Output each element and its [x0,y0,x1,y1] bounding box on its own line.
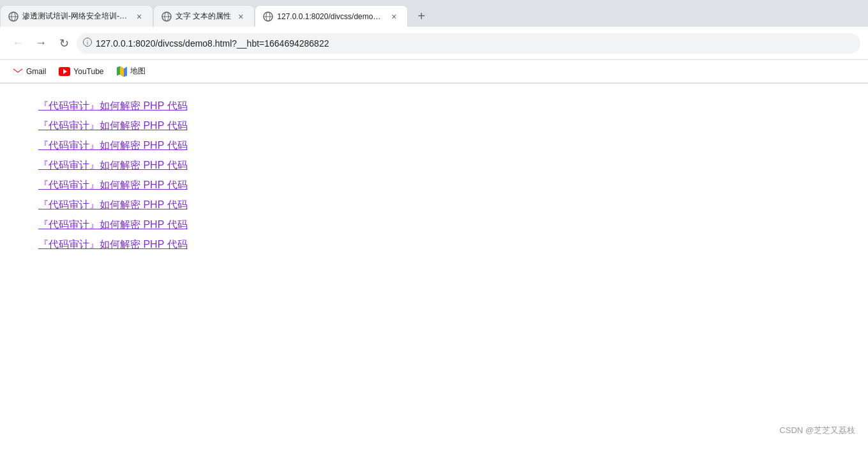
tab3-icon [263,11,273,22]
page-link-3[interactable]: 『代码审计』如何解密 PHP 代码 [38,160,188,171]
bookmark-youtube[interactable]: YouTube [54,65,108,79]
tab3-title: 127.0.0.1:8020/divcss/demo8.h... [277,12,384,21]
reload-icon: ↻ [59,36,69,50]
forward-icon: → [35,36,47,50]
forward-button[interactable]: → [31,33,51,54]
page-link-4[interactable]: 『代码审计』如何解密 PHP 代码 [38,179,188,190]
svg-marker-16 [120,66,124,77]
browser-chrome: 渗透测试培训-网络安全培训-暗... × 文字 文本的属性 × 127.0.0.… [0,0,868,84]
address-input[interactable] [77,33,860,54]
list-item: 『代码审计』如何解密 PHP 代码 [38,235,830,255]
list-item: 『代码审计』如何解密 PHP 代码 [38,136,830,156]
list-item: 『代码审计』如何解密 PHP 代码 [38,116,830,136]
page-link-2[interactable]: 『代码审计』如何解密 PHP 代码 [38,140,188,151]
list-item: 『代码审计』如何解密 PHP 代码 [38,156,830,176]
list-item: 『代码审计』如何解密 PHP 代码 [38,176,830,195]
bookmarks-bar: Gmail YouTube 地图 [0,60,868,83]
page-link-6[interactable]: 『代码审计』如何解密 PHP 代码 [38,219,188,230]
maps-label: 地图 [130,66,146,77]
tab-bar: 渗透测试培训-网络安全培训-暗... × 文字 文本的属性 × 127.0.0.… [0,0,868,27]
info-icon: i [83,38,92,49]
tab3-close[interactable]: × [388,11,400,22]
tab-1[interactable]: 渗透测试培训-网络安全培训-暗... × [0,5,153,27]
reload-button[interactable]: ↻ [54,33,74,54]
new-tab-button[interactable]: + [410,5,432,27]
tab1-title: 渗透测试培训-网络安全培训-暗... [22,11,130,22]
tab1-close[interactable]: × [133,11,145,22]
svg-text:i: i [87,40,88,46]
tab2-icon [161,11,172,22]
link-list: 『代码审计』如何解密 PHP 代码『代码审计』如何解密 PHP 代码『代码审计』… [38,96,830,255]
page-content: 『代码审计』如何解密 PHP 代码『代码审计』如何解密 PHP 代码『代码审计』… [0,84,868,422]
tab2-title: 文字 文本的属性 [176,11,231,22]
tab-3[interactable]: 127.0.0.1:8020/divcss/demo8.h... × [255,5,408,27]
youtube-label: YouTube [73,67,103,76]
bookmark-maps[interactable]: 地图 [112,63,151,79]
list-item: 『代码审计』如何解密 PHP 代码 [38,215,830,235]
tab1-icon [8,11,19,22]
page-link-7[interactable]: 『代码审计』如何解密 PHP 代码 [38,239,188,250]
bookmark-gmail[interactable]: Gmail [8,64,51,79]
address-bar-wrapper: i [77,33,860,54]
back-button[interactable]: ← [8,33,28,54]
nav-bar: ← → ↻ i [0,27,868,60]
page-link-0[interactable]: 『代码审计』如何解密 PHP 代码 [38,100,188,111]
youtube-icon [59,67,70,76]
gmail-icon [13,66,23,77]
list-item: 『代码审计』如何解密 PHP 代码 [38,96,830,116]
maps-icon [117,66,127,77]
page-link-1[interactable]: 『代码审计』如何解密 PHP 代码 [38,120,188,131]
tab2-close[interactable]: × [235,11,246,22]
page-link-5[interactable]: 『代码审计』如何解密 PHP 代码 [38,199,188,210]
gmail-label: Gmail [26,67,46,76]
back-icon: ← [12,36,24,50]
svg-marker-15 [117,66,120,75]
list-item: 『代码审计』如何解密 PHP 代码 [38,195,830,215]
tab-2[interactable]: 文字 文本的属性 × [153,5,255,27]
